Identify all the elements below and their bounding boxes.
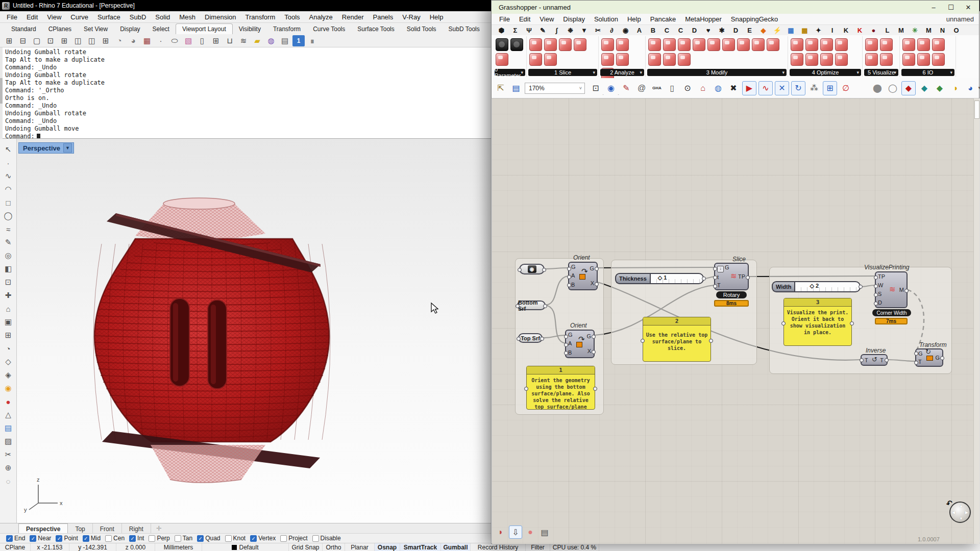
ribbon-group-label[interactable]: 3 Modify▾ (647, 69, 787, 76)
porkchop-icon[interactable]: ● (524, 526, 536, 538)
status-toggle-filter[interactable]: Filter (526, 543, 550, 551)
ribbon-group-dropdown-icon[interactable]: ▾ (950, 70, 952, 75)
join-icon[interactable]: ⊕ (2, 461, 15, 474)
orient1-output-g[interactable]: G (590, 266, 594, 271)
finder-icon[interactable]: ⊙ (681, 82, 694, 95)
orient2-component[interactable]: G A B G X ↷ (565, 330, 595, 358)
blue-ball-icon[interactable]: ◕▾ (964, 82, 977, 95)
gh-menu-view[interactable]: View (535, 15, 558, 23)
ribbon-group-dropdown-icon[interactable]: ▾ (521, 70, 523, 75)
pipe-branch-icon[interactable] (648, 53, 661, 66)
flame-tab-icon[interactable]: ◆ (756, 27, 770, 34)
solid-icon[interactable]: ▣ (2, 315, 15, 329)
status-toggle-smarttrack[interactable]: SmartTrack (400, 543, 441, 551)
viewport-tab-front[interactable]: Front (93, 523, 122, 533)
osnap-end[interactable]: ✓End (6, 535, 25, 542)
gh-menu-display[interactable]: Display (558, 15, 590, 23)
status-toggle-planar[interactable]: Planar (345, 543, 375, 551)
disconnect-icon[interactable]: ✕ (775, 81, 789, 95)
u-clamp-icon[interactable] (820, 53, 833, 66)
slice-input-T[interactable]: T (717, 283, 729, 288)
fillet-icon[interactable]: ◇ (2, 355, 15, 368)
layer-pair-icon[interactable] (932, 53, 945, 66)
remote-at-icon[interactable]: @ (635, 82, 648, 95)
visualize-input-d[interactable]: D (878, 300, 885, 306)
command-prompt-line[interactable]: Command: (5, 133, 491, 139)
pipe-join-icon[interactable] (663, 38, 676, 51)
orient1-input-b[interactable]: B (571, 282, 576, 288)
paw-icon[interactable] (767, 38, 779, 51)
gh-menu-file[interactable]: File (495, 15, 514, 23)
rhino-menu-view[interactable]: View (42, 12, 66, 22)
osnap-mid[interactable]: ✓Mid (83, 535, 101, 542)
tab-k2-icon[interactable]: K (853, 27, 867, 34)
bag-icon[interactable]: ⌂ (696, 82, 709, 95)
rhino-menu-dimension[interactable]: Dimension (200, 12, 240, 22)
rhino-tab-select[interactable]: Select (146, 24, 176, 34)
geometry-spool-icon[interactable] (496, 38, 508, 51)
orient1-output-x[interactable]: X (591, 281, 594, 286)
osnap-near[interactable]: ✓Near (30, 535, 51, 542)
tab-c2-icon[interactable]: C (674, 27, 688, 34)
rhino-menu-panels[interactable]: Panels (368, 12, 398, 22)
rhino-menu-solid[interactable]: Solid (151, 12, 175, 22)
gh-maximize-button[interactable]: ☐ (942, 2, 960, 13)
rhino-menu-subd[interactable]: SubD (125, 12, 151, 22)
status-z[interactable]: z 0.000 (116, 543, 155, 551)
array-icon[interactable]: ⊞ (2, 329, 15, 342)
page-icon[interactable]: ▯ (196, 35, 208, 46)
surface-icon[interactable]: ◎ (2, 249, 15, 262)
orient1-input-g[interactable]: G (571, 264, 576, 270)
status-y[interactable]: y -142.391 (69, 543, 116, 551)
osnap-checkbox-perp[interactable] (149, 535, 155, 542)
stack-gold-icon[interactable] (902, 53, 915, 66)
bolt-tab-icon[interactable]: ⚡ (770, 27, 784, 34)
visualize-output-m[interactable]: M (899, 287, 904, 293)
analyze-icon[interactable]: ◔ (2, 342, 15, 355)
sphere-axis-icon[interactable]: ◍ (265, 35, 277, 46)
tab-e-icon[interactable]: E (743, 27, 756, 34)
disable-solver-icon[interactable]: ∅ (839, 82, 852, 95)
viewport-split-icon[interactable]: ◫ (72, 35, 84, 46)
transform-tab-icon[interactable]: ∂ (605, 27, 619, 34)
open-file-icon[interactable]: ⇱ (494, 82, 507, 95)
move-icon[interactable]: ✚ (2, 289, 15, 302)
zoom-2-icon[interactable]: ◕ (127, 35, 139, 46)
rhino-menu-render[interactable]: Render (337, 12, 369, 22)
flag-analyze-icon[interactable] (616, 38, 629, 51)
move-stack-icon[interactable] (737, 38, 750, 51)
width-slider-value[interactable]: ◇ 2 (810, 283, 819, 289)
osnap-checkbox-near[interactable]: ✓ (30, 535, 36, 542)
layer-view-icon[interactable] (880, 38, 893, 51)
slice-rotary-tag[interactable]: Rotary (716, 291, 747, 298)
spin-stack-icon[interactable] (752, 38, 765, 51)
rhino-menu-file[interactable]: File (2, 12, 22, 22)
hatch-icon[interactable]: ▨ (2, 435, 15, 448)
width-slider-track[interactable]: ◇ 2 (794, 281, 861, 292)
spin-arrows-icon[interactable] (722, 38, 735, 51)
osnap-perp[interactable]: Perp (149, 535, 169, 542)
ribbon-group-dropdown-icon[interactable]: ▾ (640, 70, 642, 75)
gh-close-button[interactable]: ✕ (960, 2, 977, 13)
half-ball-icon[interactable]: ◑ (948, 82, 962, 95)
drop-outline-icon[interactable] (791, 53, 803, 66)
orient2-input-b[interactable]: B (568, 350, 573, 356)
viewport-vsplit-icon[interactable]: ◫ (86, 35, 98, 46)
tab-m1-icon[interactable]: M (894, 27, 908, 34)
basket-icon[interactable] (648, 38, 661, 51)
slice-component[interactable]: ↓G t T TP ≋ (714, 263, 749, 290)
status-default[interactable]: Default (202, 543, 289, 551)
width-slider[interactable]: Width ◇ 2 (772, 281, 861, 292)
calculator-icon[interactable]: ⊞ (823, 81, 837, 95)
status-toggle-cpuuse04[interactable]: CPU use: 0.4 % (550, 543, 599, 551)
ribbon-group-dropdown-icon[interactable]: ▾ (593, 70, 595, 75)
gh-menu-edit[interactable]: Edit (514, 15, 535, 23)
sketch-wire-icon[interactable]: ∿ (758, 81, 773, 95)
rhino-tab-curve-tools[interactable]: Curve Tools (307, 24, 351, 34)
rhino-tab-surface-tools[interactable]: Surface Tools (351, 24, 401, 34)
bead-chain-icon[interactable] (678, 53, 691, 66)
status-x[interactable]: x -21.153 (31, 543, 69, 551)
jump-wires-icon[interactable]: ✖ (727, 82, 740, 95)
rhino-tab-display[interactable]: Display (114, 24, 146, 34)
hatch-drum-icon[interactable] (496, 53, 508, 66)
